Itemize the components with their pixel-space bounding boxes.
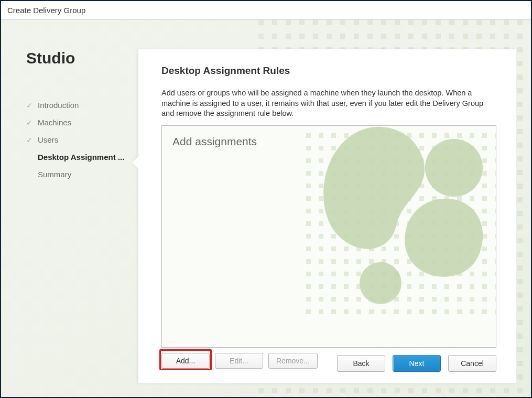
step-summary[interactable]: ✓ Summary [26,166,138,183]
step-users[interactable]: ✓ Users [26,131,138,148]
wizard-steps: ✓ Introduction ✓ Machines ✓ Users ✓ Desk… [26,96,138,183]
step-machines[interactable]: ✓ Machines [26,114,138,131]
remove-button[interactable]: Remove... [268,353,318,369]
wizard-window: Create Delivery Group Studio ✓ Introduct… [0,0,532,398]
titlebar: Create Delivery Group [1,1,531,20]
wizard-panel: Desktop Assignment Rules Add users or gr… [138,49,516,383]
next-button[interactable]: Next [393,355,441,372]
check-icon: ✓ [26,136,34,144]
step-label: Machines [38,118,71,127]
step-label: Users [38,135,58,144]
svg-point-5 [360,262,401,304]
page-title: Desktop Assignment Rules [161,65,496,77]
step-pointer-notch [132,155,139,170]
listbox-placeholder: Add assignments [162,126,496,157]
wizard-body: Studio ✓ Introduction ✓ Machines ✓ Users… [1,20,531,397]
assignments-listbox[interactable]: Add assignments [161,125,496,348]
edit-button[interactable]: Edit... [215,353,263,369]
step-label: Introduction [38,101,79,110]
step-label: Desktop Assignment ... [38,153,124,162]
brand-title: Studio [26,49,138,67]
back-button[interactable]: Back [337,355,385,372]
wizard-sidebar: Studio ✓ Introduction ✓ Machines ✓ Users… [1,20,138,397]
step-label: Summary [38,170,71,179]
step-desktop-assignment[interactable]: ✓ Desktop Assignment ... [26,148,138,166]
page-description: Add users or groups who will be assigned… [161,88,496,119]
check-icon: ✓ [26,119,34,127]
wizard-nav-buttons: Back Next Cancel [337,355,496,372]
check-icon: ✓ [26,101,34,110]
step-introduction[interactable]: ✓ Introduction [26,96,138,114]
window-title: Create Delivery Group [7,6,85,15]
add-button[interactable]: Add... [161,353,210,369]
cancel-button[interactable]: Cancel [448,355,496,372]
